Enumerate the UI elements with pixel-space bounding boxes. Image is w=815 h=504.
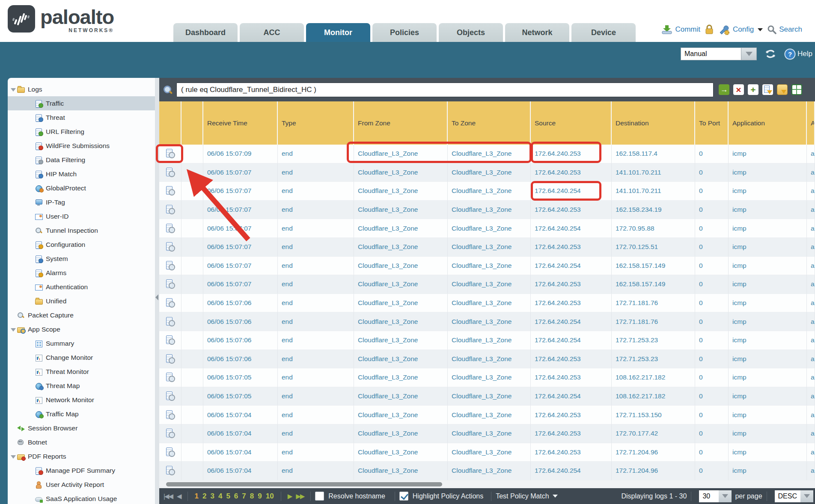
sidebar-item-traffic-map[interactable]: Traffic Map <box>8 407 155 421</box>
log-detail-icon[interactable] <box>166 466 175 475</box>
apply-filter-button[interactable]: → <box>719 84 729 95</box>
config-button[interactable]: Config <box>718 24 763 35</box>
horizontal-scrollbar-thumb[interactable] <box>166 482 442 486</box>
log-detail-icon[interactable] <box>166 205 175 214</box>
sidebar-item-alarms[interactable]: Alarms <box>8 266 155 280</box>
tab-device[interactable]: Device <box>571 23 636 42</box>
sidebar-item-threat[interactable]: Threat <box>8 110 155 125</box>
log-detail-icon[interactable] <box>166 224 175 233</box>
column-header-to-zone[interactable]: To Zone <box>448 101 531 145</box>
table-row[interactable]: 06/06 15:07:06endCloudflare_L3_ZoneCloud… <box>159 350 815 369</box>
log-detail-icon[interactable] <box>166 335 175 345</box>
tab-policies[interactable]: Policies <box>372 23 437 42</box>
log-detail-icon[interactable] <box>166 279 175 289</box>
table-row[interactable]: 06/06 15:07:07endCloudflare_L3_ZoneCloud… <box>159 257 815 276</box>
log-detail-icon[interactable] <box>166 186 175 196</box>
sidebar-item-configuration[interactable]: Configuration <box>8 237 155 252</box>
table-row[interactable]: 06/06 15:07:07endCloudflare_L3_ZoneCloud… <box>159 275 815 294</box>
search-button[interactable]: Search <box>767 25 802 34</box>
next-page-button[interactable]: ▶ <box>288 492 292 500</box>
table-row[interactable]: 06/06 15:07:07endCloudflare_L3_ZoneCloud… <box>159 201 815 219</box>
page-number-9[interactable]: 9 <box>258 492 262 501</box>
sidebar-item-manage-pdf-summary[interactable]: Manage PDF Summary <box>8 463 155 477</box>
sidebar-item-tunnel-inspection[interactable]: Tunnel Inspection <box>8 223 155 237</box>
sidebar-item-threat-monitor[interactable]: Threat Monitor <box>8 365 155 379</box>
tab-objects[interactable]: Objects <box>439 23 503 42</box>
sidebar-item-network-monitor[interactable]: Network Monitor <box>8 393 155 407</box>
load-filter-button[interactable] <box>777 84 788 95</box>
column-header-to-port[interactable]: To Port <box>695 101 729 145</box>
log-detail-icon[interactable] <box>166 149 175 158</box>
sidebar-item-summary[interactable]: Summary <box>8 336 155 350</box>
page-number-7[interactable]: 7 <box>242 492 246 501</box>
log-detail-icon[interactable] <box>166 242 175 252</box>
tree-expand-icon[interactable] <box>11 88 16 91</box>
table-row[interactable]: 06/06 15:07:04endCloudflare_L3_ZoneCloud… <box>159 462 815 480</box>
sidebar-item-pdf-reports[interactable]: PDF Reports <box>8 449 155 463</box>
sidebar-item-app-scope[interactable]: App Scope <box>8 322 155 336</box>
help-label[interactable]: Help <box>797 50 812 58</box>
tab-network[interactable]: Network <box>505 23 569 42</box>
table-row[interactable]: 06/06 15:07:04endCloudflare_L3_ZoneCloud… <box>159 406 815 424</box>
sidebar-item-url-filtering[interactable]: URL Filtering <box>8 125 155 139</box>
tab-acc[interactable]: ACC <box>240 23 304 42</box>
log-detail-icon[interactable] <box>166 410 175 420</box>
log-detail-icon[interactable] <box>166 261 175 270</box>
column-header-type[interactable]: Type <box>278 101 354 145</box>
sidebar-item-globalprotect[interactable]: GlobalProtect <box>8 181 155 195</box>
sidebar-item-hip-match[interactable]: HIP Match <box>8 167 155 181</box>
table-row[interactable]: 06/06 15:07:07endCloudflare_L3_ZoneCloud… <box>159 238 815 257</box>
table-row[interactable]: 06/06 15:07:09endCloudflare_L3_ZoneCloud… <box>159 145 815 163</box>
page-number-8[interactable]: 8 <box>250 492 254 501</box>
column-header-a[interactable]: A <box>807 101 815 145</box>
column-header-source[interactable]: Source <box>531 101 612 145</box>
sidebar-item-data-filtering[interactable]: Data Filtering <box>8 153 155 167</box>
sidebar-item-unified[interactable]: Unified <box>8 294 155 308</box>
sidebar-item-saas-application-usage[interactable]: SaaS Application Usage <box>8 492 155 504</box>
sort-order-dropdown-button[interactable] <box>800 490 813 502</box>
per-page-select[interactable]: 30 <box>699 490 719 502</box>
table-row[interactable]: 06/06 15:07:07endCloudflare_L3_ZoneCloud… <box>159 163 815 182</box>
table-row[interactable]: 06/06 15:07:07endCloudflare_L3_ZoneCloud… <box>159 182 815 201</box>
sidebar-item-authentication[interactable]: Authentication <box>8 280 155 294</box>
page-number-2[interactable]: 2 <box>202 492 206 501</box>
lock-icon[interactable] <box>705 24 714 35</box>
sidebar-item-user-activity-report[interactable]: User Activity Report <box>8 477 155 492</box>
column-header-application[interactable]: Application <box>729 101 807 145</box>
refresh-mode-dropdown-button[interactable] <box>741 47 757 60</box>
sidebar-item-system[interactable]: System <box>8 252 155 266</box>
sidebar-item-ip-tag[interactable]: IP-Tag <box>8 195 155 209</box>
log-detail-icon[interactable] <box>166 373 175 382</box>
test-policy-match-button[interactable]: Test Policy Match <box>496 492 549 500</box>
table-row[interactable]: 06/06 15:07:05endCloudflare_L3_ZoneCloud… <box>159 368 815 387</box>
page-number-5[interactable]: 5 <box>226 492 230 501</box>
log-detail-icon[interactable] <box>166 354 175 364</box>
tab-dashboard[interactable]: Dashboard <box>173 23 238 42</box>
page-number-4[interactable]: 4 <box>218 492 222 501</box>
per-page-dropdown-button[interactable] <box>719 490 732 502</box>
column-header-destination[interactable]: Destination <box>612 101 695 145</box>
page-number-6[interactable]: 6 <box>234 492 238 501</box>
sidebar-item-packet-capture[interactable]: Packet Capture <box>8 308 155 322</box>
add-filter-button[interactable]: + <box>748 84 758 95</box>
sidebar-item-change-monitor[interactable]: Change Monitor <box>8 350 155 365</box>
highlight-policy-actions-checkbox[interactable] <box>399 492 408 501</box>
first-page-button[interactable]: |◀◀ <box>164 492 173 500</box>
table-row[interactable]: 06/06 15:07:05endCloudflare_L3_ZoneCloud… <box>159 387 815 406</box>
page-number-1[interactable]: 1 <box>195 492 199 501</box>
column-header-from-zone[interactable]: From Zone <box>354 101 448 145</box>
table-row[interactable]: 06/06 15:07:07endCloudflare_L3_ZoneCloud… <box>159 219 815 238</box>
sidebar-item-botnet[interactable]: Botnet <box>8 435 155 449</box>
sidebar-resize-gutter[interactable] <box>155 78 159 504</box>
export-logs-button[interactable] <box>791 84 802 95</box>
page-number-3[interactable]: 3 <box>210 492 214 501</box>
log-detail-icon[interactable] <box>166 391 175 401</box>
column-header-receive-time[interactable]: Receive Time <box>203 101 278 145</box>
prev-page-button[interactable]: ◀ <box>177 492 181 500</box>
sidebar-item-threat-map[interactable]: Threat Map <box>8 379 155 393</box>
table-row[interactable]: 06/06 15:07:06endCloudflare_L3_ZoneCloud… <box>159 294 815 313</box>
log-filter-input[interactable] <box>176 83 714 97</box>
save-filter-button[interactable] <box>762 84 773 95</box>
clear-filter-button[interactable]: × <box>733 84 744 95</box>
table-row[interactable]: 06/06 15:07:04endCloudflare_L3_ZoneCloud… <box>159 443 815 462</box>
